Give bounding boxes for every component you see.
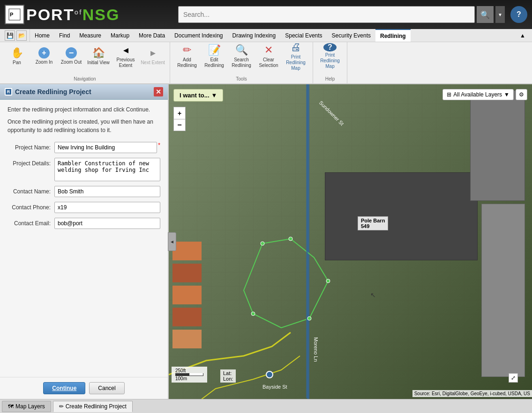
continue-button[interactable]: Continue xyxy=(43,382,85,394)
search-input[interactable] xyxy=(178,6,475,23)
dialog-close-button[interactable]: ✕ xyxy=(154,87,163,96)
initial-view-tool[interactable]: 🏠 Initial View xyxy=(85,43,112,76)
clear-selection-icon: ✕ xyxy=(264,44,273,56)
add-redlining-tool[interactable]: ✏ Add Redlining xyxy=(174,43,200,76)
map-layers-icon: 🗺 xyxy=(8,403,14,410)
menu-find[interactable]: Find xyxy=(54,29,75,42)
contact-email-input[interactable] xyxy=(54,218,160,229)
contact-phone-input[interactable] xyxy=(54,202,160,213)
open-button[interactable]: 📂 xyxy=(16,30,27,41)
previous-extent-label: Previous Extent xyxy=(113,57,138,68)
navigation-label: Navigation xyxy=(0,76,170,81)
project-details-input[interactable]: Rambler Construction of new welding shop… xyxy=(54,158,160,181)
map-tools-button[interactable]: ⚙ xyxy=(516,89,527,100)
map-layers-label: Map Layers xyxy=(15,403,45,410)
logo-icon: P xyxy=(5,5,24,24)
map-zoom-in-button[interactable]: + xyxy=(173,107,186,119)
map-area[interactable]: Sundowner St Moreno Ln Bayside St ↖ Pole… xyxy=(169,84,532,399)
search-button[interactable]: 🔍 xyxy=(477,6,494,23)
menu-security-events[interactable]: Security Events xyxy=(327,29,375,42)
add-redlining-icon: ✏ xyxy=(183,44,191,56)
menu-measure[interactable]: Measure xyxy=(75,29,106,42)
previous-extent-icon: ◂ xyxy=(123,44,128,56)
menubar: 💾 📂 Home Find Measure Markup More Data D… xyxy=(0,29,532,42)
zoom-in-tool[interactable]: + Zoom In xyxy=(31,43,57,76)
pan-tool[interactable]: ✋ Pan xyxy=(4,43,30,76)
bottom-tab-map-layers[interactable]: 🗺 Map Layers xyxy=(2,401,51,412)
required-star: * xyxy=(158,142,160,148)
toolbar: ✋ Pan + Zoom In − Zoom Out 🏠 Initial Vie… xyxy=(0,42,532,84)
coordinates-display: Lat: Lon: xyxy=(220,369,236,383)
dialog-instruction-2: Once the redlining project is created, y… xyxy=(7,118,160,134)
map-zoom-out-button[interactable]: − xyxy=(173,119,186,131)
logo-text: PORTofNSG xyxy=(26,6,120,24)
project-name-input[interactable] xyxy=(54,142,157,153)
redlining-help-label: Print Redlining Map xyxy=(317,52,343,69)
save-button[interactable]: 💾 xyxy=(5,30,15,41)
dialog-header: R Create Redlining Project ✕ xyxy=(0,84,168,100)
project-name-row: Project Name: * xyxy=(7,142,160,153)
contact-name-label: Contact Name: xyxy=(7,186,54,195)
i-want-to-button[interactable]: I want to... ▼ xyxy=(173,89,223,102)
menu-more-data[interactable]: More Data xyxy=(134,29,170,42)
app-header: P PORTofNSG 🔍 ▼ ? xyxy=(0,0,532,29)
menu-markup[interactable]: Markup xyxy=(106,29,134,42)
clear-selection-tool[interactable]: ✕ Clear Selection xyxy=(255,43,282,76)
menu-redlining[interactable]: Redlining xyxy=(375,29,411,42)
contact-phone-row: Contact Phone: xyxy=(7,202,160,213)
search-redlining-label: Search Redlining xyxy=(229,57,254,68)
print-redlining-label: Print Redlining Map xyxy=(283,54,308,71)
map-attribution: Source: Esri, DigitalGlobe, GeoEye, i-cu… xyxy=(412,390,532,397)
containers-orange-1 xyxy=(172,242,202,260)
containers-mid-right xyxy=(481,204,525,377)
i-want-to-dropdown-icon: ▼ xyxy=(211,92,217,99)
redlining-help-tool[interactable]: ? Print Redlining Map xyxy=(317,43,343,76)
print-redlining-icon: 🖨 xyxy=(291,41,301,53)
svg-text:P: P xyxy=(10,12,13,17)
bottom-tab-create-redlining[interactable]: ✏ Create Redlining Project xyxy=(53,401,133,412)
pole-barn-label: Pole Barn 549 xyxy=(358,216,388,230)
road-vertical xyxy=(307,84,309,399)
next-extent-tool: ▸ Next Extent xyxy=(140,43,166,76)
contact-email-row: Contact Email: xyxy=(7,218,160,229)
all-layers-button[interactable]: ⊞ All Available Layers ▼ xyxy=(442,89,514,100)
project-details-label: Project Details: xyxy=(7,158,54,167)
help-label: Help xyxy=(313,76,347,81)
help-button[interactable]: ? xyxy=(510,6,527,23)
edit-redlining-tool[interactable]: 📝 Edit Redlining xyxy=(201,43,227,76)
i-want-to-label: I want to... xyxy=(180,92,210,99)
toolbar-tools-section: ✏ Add Redlining 📝 Edit Redlining 🔍 Searc… xyxy=(170,42,313,83)
initial-view-icon: 🏠 xyxy=(92,47,105,59)
previous-extent-tool[interactable]: ◂ Previous Extent xyxy=(112,43,139,76)
map-controls-top: I want to... ▼ ⊞ All Available Layers ▼ … xyxy=(169,89,532,102)
layers-icon: ⊞ xyxy=(447,91,451,98)
add-redlining-label: Add Redlining xyxy=(174,57,200,68)
print-redlining-map-tool[interactable]: 🖨 Print Redlining Map xyxy=(283,43,309,76)
create-redlining-label: Create Redlining Project xyxy=(66,403,127,410)
containers-orange-3 xyxy=(172,286,202,304)
search-dropdown-button[interactable]: ▼ xyxy=(495,6,505,23)
containers-orange-4 xyxy=(172,308,202,326)
contact-name-input[interactable] xyxy=(54,186,160,197)
zoom-out-label: Zoom Out xyxy=(61,59,82,65)
containers-orange-5 xyxy=(172,330,202,348)
dialog-title: Create Redlining Project xyxy=(15,88,151,96)
lon-label: Lon: xyxy=(223,376,233,382)
layers-label: All Available Layers xyxy=(453,91,502,98)
menu-special-events[interactable]: Special Events xyxy=(280,29,327,42)
collapse-menu-button[interactable]: ▲ xyxy=(518,31,527,40)
pan-icon: ✋ xyxy=(11,47,23,59)
menu-home[interactable]: Home xyxy=(30,29,54,42)
menu-drawing-indexing[interactable]: Drawing Indexing xyxy=(228,29,281,42)
panel-collapse-button[interactable]: ◂ xyxy=(168,232,176,251)
app-logo: P PORTofNSG xyxy=(5,5,173,24)
search-redlining-tool[interactable]: 🔍 Search Redlining xyxy=(228,43,255,76)
menu-document-indexing[interactable]: Document Indexing xyxy=(170,29,227,42)
cancel-button[interactable]: Cancel xyxy=(89,382,124,394)
map-expand-button[interactable]: ⤢ xyxy=(509,373,518,383)
contact-phone-label: Contact Phone: xyxy=(7,202,54,211)
search-container: 🔍 ▼ ? xyxy=(178,6,527,23)
zoom-out-tool[interactable]: − Zoom Out xyxy=(58,43,84,76)
contact-name-row: Contact Name: xyxy=(7,186,160,197)
dialog-footer: Continue Cancel xyxy=(0,377,168,399)
